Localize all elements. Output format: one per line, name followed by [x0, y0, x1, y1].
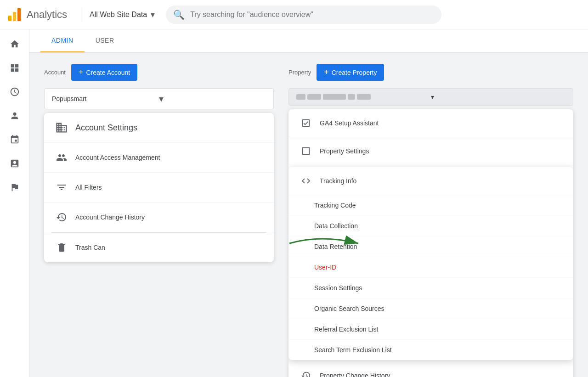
- plus-icon: +: [79, 68, 84, 77]
- square-icon: [300, 145, 312, 158]
- property-column: Property + Create Property ▾: [288, 64, 573, 377]
- header: Analytics All Web Site Data ▾ 🔍: [0, 0, 588, 29]
- filter-icon: [55, 181, 68, 194]
- tracking-sub-organic-search[interactable]: Organic Search Sources: [288, 298, 573, 319]
- checkbox-icon: [300, 117, 312, 129]
- account-dropdown[interactable]: Popupsmart ▾: [44, 88, 274, 109]
- chevron-down-icon: ▾: [431, 93, 565, 101]
- tracking-sub-referral-exclusion[interactable]: Referral Exclusion List: [288, 319, 573, 340]
- tracking-info-label: Tracking Info: [320, 177, 356, 185]
- property-col-header: Property + Create Property: [288, 64, 573, 81]
- change-history-label: Account Change History: [75, 214, 145, 221]
- history-icon: [55, 211, 68, 224]
- trash-label: Trash Can: [75, 244, 105, 251]
- svg-rect-2: [17, 8, 21, 21]
- sidebar-item-customization[interactable]: [4, 57, 26, 79]
- svg-rect-0: [8, 16, 11, 21]
- header-divider: [82, 7, 82, 22]
- property-bars: [296, 94, 431, 100]
- account-settings-label: Account Settings: [75, 123, 137, 133]
- chevron-down-icon: ▾: [159, 93, 266, 104]
- create-account-label: Create Account: [86, 69, 130, 76]
- create-property-button[interactable]: + Create Property: [317, 64, 384, 81]
- property-settings-label: Property Settings: [320, 147, 369, 155]
- prop-bar-3: [323, 94, 346, 100]
- search-input[interactable]: [190, 11, 434, 19]
- menu-item-property-settings[interactable]: Property Settings: [288, 137, 573, 165]
- ga4-setup-label: GA4 Setup Assistant: [320, 119, 379, 127]
- app-title: Analytics: [27, 9, 67, 21]
- tracking-sub-session-settings[interactable]: Session Settings: [288, 278, 573, 298]
- property-selector[interactable]: All Web Site Data ▾: [90, 10, 155, 20]
- menu-item-change-history[interactable]: Account Change History: [44, 203, 274, 232]
- trash-icon: [55, 241, 68, 254]
- sidebar-item-realtime[interactable]: [4, 81, 26, 103]
- account-column: Account + Create Account Popupsmart ▾: [44, 64, 274, 377]
- menu-item-ga4-setup[interactable]: GA4 Setup Assistant: [288, 109, 573, 137]
- tracking-info-header[interactable]: Tracking Info: [288, 167, 573, 195]
- tracking-sub-user-id[interactable]: User-ID: [288, 257, 573, 278]
- all-filters-label: All Filters: [75, 184, 102, 191]
- prop-bar-4: [348, 94, 355, 100]
- property-name: All Web Site Data: [90, 11, 147, 19]
- plus-icon: +: [324, 68, 329, 77]
- tracking-submenu: Tracking Info Tracking Code Data Collect…: [288, 167, 573, 360]
- sidebar-item-conversions[interactable]: [4, 176, 26, 198]
- admin-content: Account + Create Account Popupsmart ▾: [29, 53, 588, 377]
- code-icon: [300, 174, 312, 187]
- access-management-label: Account Access Management: [75, 154, 160, 161]
- prop-bar-1: [296, 94, 305, 100]
- prop-bar-2: [307, 94, 321, 100]
- property-dropdown[interactable]: ▾: [288, 88, 573, 106]
- sidebar-item-audience[interactable]: [4, 105, 26, 127]
- account-col-header: Account + Create Account: [44, 64, 274, 81]
- menu-item-account-settings[interactable]: Account Settings: [44, 113, 274, 143]
- property-label: Property: [288, 69, 311, 76]
- people-icon: [55, 151, 68, 164]
- main-content: ADMIN USER Account + Create Account Popu…: [29, 29, 588, 377]
- tracking-sub-search-term[interactable]: Search Term Exclusion List: [288, 340, 573, 360]
- account-menu-panel: Account Settings Account Access Manageme…: [44, 113, 274, 262]
- menu-item-trash[interactable]: Trash Can: [44, 233, 274, 262]
- search-bar[interactable]: 🔍: [166, 6, 441, 24]
- history-icon: [300, 369, 312, 377]
- tracking-info-section: Tracking Info Tracking Code Data Collect…: [288, 167, 573, 360]
- arrow-indicator: [285, 230, 368, 259]
- tracking-sub-tracking-code[interactable]: Tracking Code: [288, 195, 573, 216]
- search-icon: 🔍: [173, 9, 185, 20]
- tab-admin[interactable]: ADMIN: [40, 29, 85, 52]
- sidebar-item-home[interactable]: [4, 33, 26, 55]
- menu-item-property-change-history[interactable]: Property Change History: [288, 362, 573, 377]
- menu-item-all-filters[interactable]: All Filters: [44, 173, 274, 203]
- property-change-history-label: Property Change History: [320, 372, 390, 377]
- sidebar-item-acquisition[interactable]: [4, 129, 26, 151]
- account-label: Account: [44, 69, 66, 76]
- create-account-button[interactable]: + Create Account: [71, 64, 137, 81]
- sidebar: [0, 29, 29, 377]
- prop-bar-5: [357, 94, 371, 100]
- menu-item-access-management[interactable]: Account Access Management: [44, 143, 274, 173]
- tab-user[interactable]: USER: [85, 29, 125, 52]
- svg-rect-1: [13, 12, 16, 21]
- chevron-down-icon: ▾: [151, 10, 155, 20]
- arrow-svg: [285, 230, 368, 257]
- analytics-logo-icon: [7, 7, 22, 22]
- account-dropdown-value: Popupsmart: [52, 95, 159, 102]
- sidebar-item-behavior[interactable]: [4, 152, 26, 174]
- tabs-bar: ADMIN USER: [29, 29, 588, 53]
- building-icon: [55, 121, 68, 134]
- logo: Analytics: [7, 7, 67, 22]
- create-property-label: Create Property: [332, 69, 377, 76]
